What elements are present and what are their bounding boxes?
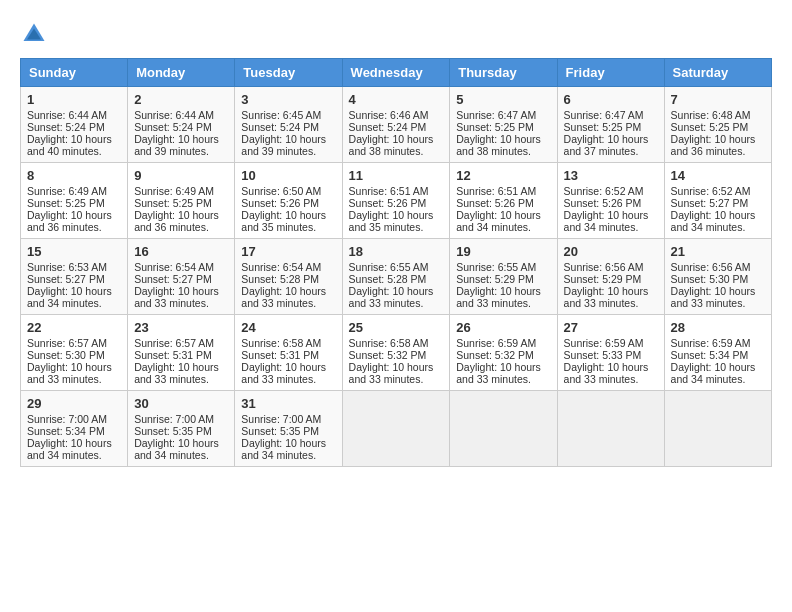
calendar-cell: 7 Sunrise: 6:48 AM Sunset: 5:25 PM Dayli… — [664, 87, 771, 163]
sunrise-label: Sunrise: 6:59 AM — [671, 337, 751, 349]
sunset-label: Sunset: 5:32 PM — [349, 349, 427, 361]
calendar-cell: 27 Sunrise: 6:59 AM Sunset: 5:33 PM Dayl… — [557, 315, 664, 391]
daylight-label: Daylight: 10 hours and 37 minutes. — [564, 133, 649, 157]
sunrise-label: Sunrise: 6:44 AM — [27, 109, 107, 121]
daylight-label: Daylight: 10 hours and 38 minutes. — [456, 133, 541, 157]
calendar-cell: 12 Sunrise: 6:51 AM Sunset: 5:26 PM Dayl… — [450, 163, 557, 239]
daylight-label: Daylight: 10 hours and 34 minutes. — [134, 437, 219, 461]
day-number: 19 — [456, 244, 550, 259]
daylight-label: Daylight: 10 hours and 33 minutes. — [349, 361, 434, 385]
calendar-cell: 10 Sunrise: 6:50 AM Sunset: 5:26 PM Dayl… — [235, 163, 342, 239]
sunset-label: Sunset: 5:32 PM — [456, 349, 534, 361]
day-number: 28 — [671, 320, 765, 335]
sunrise-label: Sunrise: 6:56 AM — [671, 261, 751, 273]
daylight-label: Daylight: 10 hours and 36 minutes. — [134, 209, 219, 233]
sunrise-label: Sunrise: 6:54 AM — [241, 261, 321, 273]
sunset-label: Sunset: 5:26 PM — [456, 197, 534, 209]
day-number: 18 — [349, 244, 444, 259]
sunset-label: Sunset: 5:34 PM — [671, 349, 749, 361]
calendar-cell — [557, 391, 664, 467]
calendar-cell: 6 Sunrise: 6:47 AM Sunset: 5:25 PM Dayli… — [557, 87, 664, 163]
logo — [20, 20, 52, 48]
sunrise-label: Sunrise: 6:48 AM — [671, 109, 751, 121]
calendar-cell: 21 Sunrise: 6:56 AM Sunset: 5:30 PM Dayl… — [664, 239, 771, 315]
daylight-label: Daylight: 10 hours and 34 minutes. — [671, 361, 756, 385]
sunset-label: Sunset: 5:35 PM — [241, 425, 319, 437]
sunset-label: Sunset: 5:25 PM — [134, 197, 212, 209]
sunset-label: Sunset: 5:24 PM — [27, 121, 105, 133]
calendar-cell — [342, 391, 450, 467]
sunset-label: Sunset: 5:25 PM — [564, 121, 642, 133]
calendar-cell — [664, 391, 771, 467]
calendar-cell: 4 Sunrise: 6:46 AM Sunset: 5:24 PM Dayli… — [342, 87, 450, 163]
daylight-label: Daylight: 10 hours and 33 minutes. — [564, 361, 649, 385]
sunset-label: Sunset: 5:34 PM — [27, 425, 105, 437]
daylight-label: Daylight: 10 hours and 35 minutes. — [349, 209, 434, 233]
calendar-week-1: 1 Sunrise: 6:44 AM Sunset: 5:24 PM Dayli… — [21, 87, 772, 163]
sunrise-label: Sunrise: 6:51 AM — [349, 185, 429, 197]
sunset-label: Sunset: 5:30 PM — [27, 349, 105, 361]
day-number: 25 — [349, 320, 444, 335]
calendar-table: SundayMondayTuesdayWednesdayThursdayFrid… — [20, 58, 772, 467]
sunset-label: Sunset: 5:35 PM — [134, 425, 212, 437]
daylight-label: Daylight: 10 hours and 33 minutes. — [241, 361, 326, 385]
calendar-cell: 9 Sunrise: 6:49 AM Sunset: 5:25 PM Dayli… — [128, 163, 235, 239]
daylight-label: Daylight: 10 hours and 33 minutes. — [134, 285, 219, 309]
day-number: 17 — [241, 244, 335, 259]
sunrise-label: Sunrise: 6:53 AM — [27, 261, 107, 273]
calendar-header-tuesday: Tuesday — [235, 59, 342, 87]
day-number: 11 — [349, 168, 444, 183]
day-number: 21 — [671, 244, 765, 259]
sunrise-label: Sunrise: 6:49 AM — [27, 185, 107, 197]
calendar-week-3: 15 Sunrise: 6:53 AM Sunset: 5:27 PM Dayl… — [21, 239, 772, 315]
day-number: 27 — [564, 320, 658, 335]
sunrise-label: Sunrise: 6:59 AM — [456, 337, 536, 349]
daylight-label: Daylight: 10 hours and 34 minutes. — [456, 209, 541, 233]
day-number: 29 — [27, 396, 121, 411]
calendar-cell: 22 Sunrise: 6:57 AM Sunset: 5:30 PM Dayl… — [21, 315, 128, 391]
day-number: 23 — [134, 320, 228, 335]
calendar-cell: 5 Sunrise: 6:47 AM Sunset: 5:25 PM Dayli… — [450, 87, 557, 163]
daylight-label: Daylight: 10 hours and 33 minutes. — [456, 285, 541, 309]
sunrise-label: Sunrise: 6:45 AM — [241, 109, 321, 121]
sunset-label: Sunset: 5:24 PM — [134, 121, 212, 133]
calendar-cell: 2 Sunrise: 6:44 AM Sunset: 5:24 PM Dayli… — [128, 87, 235, 163]
daylight-label: Daylight: 10 hours and 34 minutes. — [671, 209, 756, 233]
daylight-label: Daylight: 10 hours and 38 minutes. — [349, 133, 434, 157]
sunset-label: Sunset: 5:27 PM — [134, 273, 212, 285]
day-number: 22 — [27, 320, 121, 335]
sunrise-label: Sunrise: 6:51 AM — [456, 185, 536, 197]
calendar-cell: 1 Sunrise: 6:44 AM Sunset: 5:24 PM Dayli… — [21, 87, 128, 163]
sunset-label: Sunset: 5:30 PM — [671, 273, 749, 285]
sunset-label: Sunset: 5:26 PM — [241, 197, 319, 209]
sunrise-label: Sunrise: 7:00 AM — [241, 413, 321, 425]
calendar-week-2: 8 Sunrise: 6:49 AM Sunset: 5:25 PM Dayli… — [21, 163, 772, 239]
calendar-header-friday: Friday — [557, 59, 664, 87]
daylight-label: Daylight: 10 hours and 33 minutes. — [134, 361, 219, 385]
calendar-cell: 20 Sunrise: 6:56 AM Sunset: 5:29 PM Dayl… — [557, 239, 664, 315]
calendar-cell: 28 Sunrise: 6:59 AM Sunset: 5:34 PM Dayl… — [664, 315, 771, 391]
day-number: 14 — [671, 168, 765, 183]
sunset-label: Sunset: 5:29 PM — [564, 273, 642, 285]
sunset-label: Sunset: 5:24 PM — [349, 121, 427, 133]
sunset-label: Sunset: 5:31 PM — [241, 349, 319, 361]
calendar-cell: 13 Sunrise: 6:52 AM Sunset: 5:26 PM Dayl… — [557, 163, 664, 239]
sunset-label: Sunset: 5:24 PM — [241, 121, 319, 133]
sunrise-label: Sunrise: 6:46 AM — [349, 109, 429, 121]
sunrise-label: Sunrise: 6:58 AM — [241, 337, 321, 349]
day-number: 2 — [134, 92, 228, 107]
sunset-label: Sunset: 5:26 PM — [349, 197, 427, 209]
day-number: 4 — [349, 92, 444, 107]
sunset-label: Sunset: 5:27 PM — [671, 197, 749, 209]
sunrise-label: Sunrise: 7:00 AM — [27, 413, 107, 425]
daylight-label: Daylight: 10 hours and 33 minutes. — [27, 361, 112, 385]
daylight-label: Daylight: 10 hours and 39 minutes. — [241, 133, 326, 157]
sunrise-label: Sunrise: 6:56 AM — [564, 261, 644, 273]
calendar-cell: 3 Sunrise: 6:45 AM Sunset: 5:24 PM Dayli… — [235, 87, 342, 163]
daylight-label: Daylight: 10 hours and 33 minutes. — [671, 285, 756, 309]
calendar-cell: 31 Sunrise: 7:00 AM Sunset: 5:35 PM Dayl… — [235, 391, 342, 467]
calendar-header-sunday: Sunday — [21, 59, 128, 87]
day-number: 6 — [564, 92, 658, 107]
daylight-label: Daylight: 10 hours and 40 minutes. — [27, 133, 112, 157]
sunrise-label: Sunrise: 6:54 AM — [134, 261, 214, 273]
